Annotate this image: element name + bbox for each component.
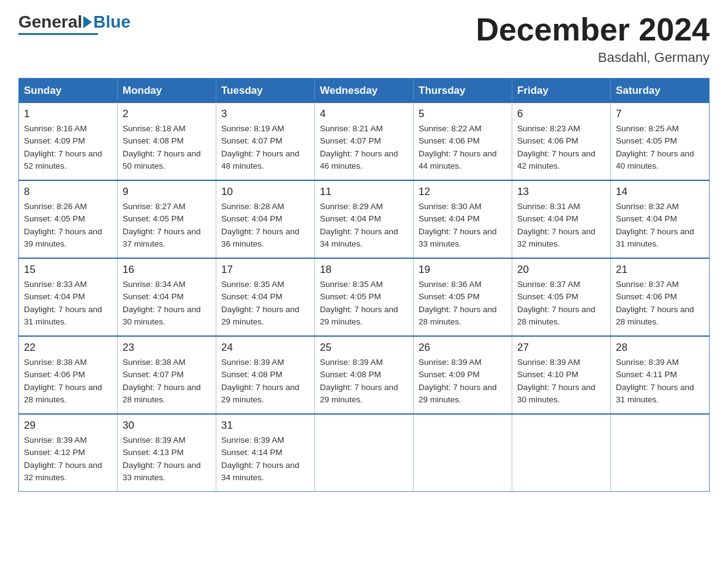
logo-blue-text: Blue — [93, 12, 131, 32]
calendar-cell: 8Sunrise: 8:26 AMSunset: 4:05 PMDaylight… — [19, 180, 118, 258]
calendar-cell: 9Sunrise: 8:27 AMSunset: 4:05 PMDaylight… — [118, 180, 216, 258]
calendar-cell: 20Sunrise: 8:37 AMSunset: 4:05 PMDayligh… — [512, 258, 611, 336]
location-label: Basdahl, Germany — [476, 50, 710, 66]
logo-general-text: General — [18, 12, 82, 32]
day-number: 18 — [320, 264, 408, 276]
day-number: 15 — [24, 264, 112, 276]
day-info: Sunrise: 8:39 AMSunset: 4:11 PMDaylight:… — [616, 356, 704, 406]
calendar-cell: 29Sunrise: 8:39 AMSunset: 4:12 PMDayligh… — [19, 414, 118, 492]
day-info: Sunrise: 8:39 AMSunset: 4:08 PMDaylight:… — [320, 356, 408, 406]
calendar-cell: 24Sunrise: 8:39 AMSunset: 4:08 PMDayligh… — [216, 336, 315, 414]
calendar-cell: 2Sunrise: 8:18 AMSunset: 4:08 PMDaylight… — [118, 103, 216, 180]
calendar-cell: 1Sunrise: 8:16 AMSunset: 4:09 PMDaylight… — [19, 103, 118, 180]
day-info: Sunrise: 8:39 AMSunset: 4:13 PMDaylight:… — [123, 434, 211, 484]
calendar-week-row: 22Sunrise: 8:38 AMSunset: 4:06 PMDayligh… — [19, 336, 710, 414]
day-info: Sunrise: 8:38 AMSunset: 4:07 PMDaylight:… — [123, 356, 211, 406]
day-number: 4 — [320, 108, 408, 120]
calendar-cell: 10Sunrise: 8:28 AMSunset: 4:04 PMDayligh… — [216, 180, 315, 258]
weekday-header-monday: Monday — [118, 79, 216, 104]
day-number: 20 — [517, 264, 605, 276]
logo-triangle-icon — [83, 16, 92, 28]
calendar-cell: 18Sunrise: 8:35 AMSunset: 4:05 PMDayligh… — [315, 258, 414, 336]
calendar-cell: 5Sunrise: 8:22 AMSunset: 4:06 PMDaylight… — [414, 103, 512, 180]
calendar-cell: 11Sunrise: 8:29 AMSunset: 4:04 PMDayligh… — [315, 180, 414, 258]
day-number: 7 — [616, 108, 704, 120]
weekday-header-wednesday: Wednesday — [315, 79, 414, 104]
day-number: 29 — [24, 419, 112, 432]
calendar-cell: 3Sunrise: 8:19 AMSunset: 4:07 PMDaylight… — [216, 103, 315, 180]
day-number: 31 — [221, 419, 309, 432]
day-info: Sunrise: 8:39 AMSunset: 4:12 PMDaylight:… — [24, 434, 112, 484]
calendar-cell: 15Sunrise: 8:33 AMSunset: 4:04 PMDayligh… — [19, 258, 118, 336]
page-header: General Blue December 2024 Basdahl, Germ… — [18, 12, 710, 66]
day-number: 11 — [320, 186, 408, 198]
weekday-header-tuesday: Tuesday — [216, 79, 315, 104]
day-info: Sunrise: 8:33 AMSunset: 4:04 PMDaylight:… — [24, 278, 112, 328]
day-number: 9 — [123, 186, 211, 198]
day-info: Sunrise: 8:36 AMSunset: 4:05 PMDaylight:… — [419, 278, 507, 328]
day-number: 27 — [517, 342, 605, 354]
calendar-week-row: 15Sunrise: 8:33 AMSunset: 4:04 PMDayligh… — [19, 258, 710, 336]
day-info: Sunrise: 8:26 AMSunset: 4:05 PMDaylight:… — [24, 201, 112, 250]
day-number: 6 — [517, 108, 605, 120]
calendar-cell — [611, 414, 710, 492]
day-info: Sunrise: 8:39 AMSunset: 4:09 PMDaylight:… — [419, 356, 507, 406]
day-info: Sunrise: 8:39 AMSunset: 4:10 PMDaylight:… — [517, 356, 605, 406]
day-info: Sunrise: 8:27 AMSunset: 4:05 PMDaylight:… — [123, 201, 211, 250]
day-number: 13 — [517, 186, 605, 198]
day-info: Sunrise: 8:16 AMSunset: 4:09 PMDaylight:… — [24, 123, 112, 172]
day-number: 28 — [616, 342, 704, 354]
day-info: Sunrise: 8:34 AMSunset: 4:04 PMDaylight:… — [123, 278, 211, 328]
day-info: Sunrise: 8:28 AMSunset: 4:04 PMDaylight:… — [221, 201, 309, 250]
day-info: Sunrise: 8:22 AMSunset: 4:06 PMDaylight:… — [419, 123, 507, 172]
day-info: Sunrise: 8:30 AMSunset: 4:04 PMDaylight:… — [419, 201, 507, 250]
day-number: 23 — [123, 342, 211, 354]
calendar-cell: 17Sunrise: 8:35 AMSunset: 4:04 PMDayligh… — [216, 258, 315, 336]
calendar-cell: 12Sunrise: 8:30 AMSunset: 4:04 PMDayligh… — [414, 180, 512, 258]
day-info: Sunrise: 8:18 AMSunset: 4:08 PMDaylight:… — [123, 123, 211, 172]
weekday-header-sunday: Sunday — [19, 79, 118, 104]
day-number: 17 — [221, 264, 309, 276]
day-info: Sunrise: 8:37 AMSunset: 4:05 PMDaylight:… — [517, 278, 605, 328]
day-info: Sunrise: 8:19 AMSunset: 4:07 PMDaylight:… — [221, 123, 309, 172]
calendar-cell: 6Sunrise: 8:23 AMSunset: 4:06 PMDaylight… — [512, 103, 611, 180]
calendar-cell: 25Sunrise: 8:39 AMSunset: 4:08 PMDayligh… — [315, 336, 414, 414]
calendar-cell — [315, 414, 414, 492]
day-info: Sunrise: 8:39 AMSunset: 4:14 PMDaylight:… — [221, 434, 309, 484]
calendar-cell: 28Sunrise: 8:39 AMSunset: 4:11 PMDayligh… — [611, 336, 710, 414]
day-number: 12 — [419, 186, 507, 198]
day-info: Sunrise: 8:29 AMSunset: 4:04 PMDaylight:… — [320, 201, 408, 250]
day-info: Sunrise: 8:31 AMSunset: 4:04 PMDaylight:… — [517, 201, 605, 250]
weekday-header-saturday: Saturday — [611, 79, 710, 104]
calendar-week-row: 29Sunrise: 8:39 AMSunset: 4:12 PMDayligh… — [19, 414, 710, 492]
calendar-cell: 7Sunrise: 8:25 AMSunset: 4:05 PMDaylight… — [611, 103, 710, 180]
calendar-cell: 4Sunrise: 8:21 AMSunset: 4:07 PMDaylight… — [315, 103, 414, 180]
day-info: Sunrise: 8:23 AMSunset: 4:06 PMDaylight:… — [517, 123, 605, 172]
day-number: 14 — [616, 186, 704, 198]
calendar-cell: 30Sunrise: 8:39 AMSunset: 4:13 PMDayligh… — [118, 414, 216, 492]
day-info: Sunrise: 8:38 AMSunset: 4:06 PMDaylight:… — [24, 356, 112, 406]
day-number: 25 — [320, 342, 408, 354]
day-number: 1 — [24, 108, 112, 120]
day-info: Sunrise: 8:32 AMSunset: 4:04 PMDaylight:… — [616, 201, 704, 250]
day-number: 10 — [221, 186, 309, 198]
calendar-cell: 21Sunrise: 8:37 AMSunset: 4:06 PMDayligh… — [611, 258, 710, 336]
calendar-cell: 23Sunrise: 8:38 AMSunset: 4:07 PMDayligh… — [118, 336, 216, 414]
calendar-cell: 16Sunrise: 8:34 AMSunset: 4:04 PMDayligh… — [118, 258, 216, 336]
day-number: 30 — [123, 419, 211, 432]
weekday-header-thursday: Thursday — [414, 79, 512, 104]
day-number: 24 — [221, 342, 309, 354]
calendar-cell: 14Sunrise: 8:32 AMSunset: 4:04 PMDayligh… — [611, 180, 710, 258]
calendar-week-row: 8Sunrise: 8:26 AMSunset: 4:05 PMDaylight… — [19, 180, 710, 258]
logo-underline — [18, 33, 98, 35]
weekday-header-row: SundayMondayTuesdayWednesdayThursdayFrid… — [19, 79, 710, 104]
day-info: Sunrise: 8:25 AMSunset: 4:05 PMDaylight:… — [616, 123, 704, 172]
calendar-cell: 13Sunrise: 8:31 AMSunset: 4:04 PMDayligh… — [512, 180, 611, 258]
day-number: 8 — [24, 186, 112, 198]
day-info: Sunrise: 8:37 AMSunset: 4:06 PMDaylight:… — [616, 278, 704, 328]
logo: General Blue — [18, 12, 131, 35]
day-info: Sunrise: 8:35 AMSunset: 4:05 PMDaylight:… — [320, 278, 408, 328]
day-number: 26 — [419, 342, 507, 354]
calendar-cell: 26Sunrise: 8:39 AMSunset: 4:09 PMDayligh… — [414, 336, 512, 414]
day-number: 22 — [24, 342, 112, 354]
